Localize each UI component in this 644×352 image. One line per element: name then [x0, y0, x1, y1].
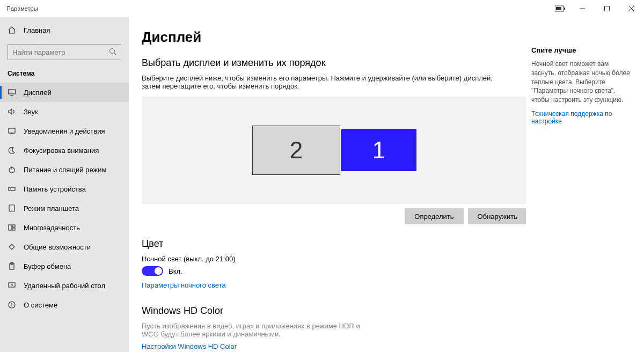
sidebar-item-about[interactable]: О системе: [0, 295, 129, 314]
sidebar-item-label: Память устройства: [24, 185, 86, 193]
remote-icon: [8, 281, 16, 290]
shared-icon: [8, 243, 16, 251]
sidebar-group-title: Система: [0, 62, 129, 83]
svg-rect-2: [556, 7, 561, 10]
svg-point-15: [10, 189, 11, 189]
svg-rect-1: [564, 8, 565, 10]
titlebar: Параметры: [0, 0, 644, 17]
arrange-desc: Выберите дисплей ниже, чтобы изменить ег…: [142, 74, 507, 90]
power-icon: [8, 165, 16, 174]
arrange-heading: Выбрать дисплеи и изменить их порядок: [142, 57, 507, 69]
display-icon: [8, 88, 16, 97]
multitask-icon: [8, 223, 16, 232]
detect-button[interactable]: Обнаружить: [468, 208, 526, 224]
sidebar-item-label: Дисплей: [24, 89, 52, 97]
sidebar-item-label: Питание и спящий режим: [24, 166, 106, 174]
sidebar-item-label: Удаленный рабочий стол: [24, 282, 105, 290]
sidebar-item-label: Уведомления и действия: [24, 127, 105, 135]
sidebar-item-display[interactable]: Дисплей: [0, 83, 129, 102]
monitor-2-label: 2: [290, 137, 303, 164]
sidebar-home[interactable]: Главная: [0, 20, 129, 40]
sidebar-item-label: Общие возможности: [24, 243, 91, 251]
svg-rect-18: [9, 225, 11, 230]
hd-heading: Windows HD Color: [142, 305, 507, 317]
battery-icon: [555, 5, 566, 12]
help-title: Спите лучше: [531, 46, 634, 54]
svg-rect-14: [9, 187, 15, 190]
monitor-1[interactable]: 1: [341, 129, 416, 171]
display-buttons: Определить Обнаружить: [142, 208, 526, 224]
sidebar-home-label: Главная: [24, 26, 50, 34]
hd-desc: Пусть изображения в видео, играх и прило…: [142, 322, 367, 338]
sidebar-item-notifications[interactable]: Уведомления и действия: [0, 121, 129, 141]
page-title: Дисплей: [142, 29, 507, 46]
home-icon: [8, 26, 16, 34]
night-light-toggle[interactable]: Вкл.: [142, 266, 507, 276]
sidebar-item-power[interactable]: Питание и спящий режим: [0, 160, 129, 179]
clipboard-icon: [8, 262, 16, 270]
color-heading: Цвет: [142, 238, 507, 250]
search-icon: [109, 48, 116, 57]
help-link[interactable]: Техническая поддержка по настройке: [531, 110, 634, 125]
night-light-label: Ночной свет (выкл. до 21:00): [142, 255, 507, 263]
search-wrap: [0, 40, 129, 62]
tablet-icon: [8, 204, 16, 212]
sidebar: Главная Система Дисплей Звук Уведомления…: [0, 17, 129, 352]
display-arrange-canvas[interactable]: 2 1: [142, 97, 526, 204]
svg-point-26: [12, 303, 12, 304]
sidebar-item-clipboard[interactable]: Буфер обмена: [0, 256, 129, 276]
sidebar-item-multitask[interactable]: Многозадачность: [0, 218, 129, 237]
window-title: Параметры: [0, 5, 38, 12]
monitor-2[interactable]: 2: [252, 126, 340, 175]
titlebar-controls: [555, 0, 644, 17]
minimize-button[interactable]: [570, 0, 595, 17]
night-light-settings-link[interactable]: Параметры ночного света: [142, 281, 226, 289]
info-icon: [8, 300, 16, 309]
close-button[interactable]: [619, 0, 644, 17]
svg-rect-20: [12, 228, 15, 230]
sidebar-item-label: Режим планшета: [24, 204, 79, 212]
search-input[interactable]: [12, 48, 109, 56]
help-text: Ночной свет поможет вам заснуть, отображ…: [531, 60, 634, 105]
sidebar-item-shared[interactable]: Общие возможности: [0, 237, 129, 256]
svg-rect-23: [9, 283, 15, 287]
toggle-state: Вкл.: [169, 267, 182, 275]
sidebar-item-label: О системе: [24, 301, 57, 309]
storage-icon: [8, 185, 16, 193]
svg-rect-9: [9, 90, 16, 94]
sidebar-item-remote[interactable]: Удаленный рабочий стол: [0, 276, 129, 295]
svg-point-7: [110, 48, 115, 53]
sidebar-item-focus[interactable]: Фокусировка внимания: [0, 141, 129, 160]
search-box[interactable]: [8, 44, 121, 60]
sidebar-item-label: Многозадачность: [24, 224, 80, 232]
focus-icon: [8, 146, 16, 155]
sidebar-item-label: Звук: [24, 108, 38, 116]
maximize-button[interactable]: [595, 0, 619, 17]
help-panel: Спите лучше Ночной свет поможет вам засн…: [526, 17, 644, 352]
identify-button[interactable]: Определить: [405, 208, 463, 224]
sidebar-item-sound[interactable]: Звук: [0, 102, 129, 121]
notifications-icon: [8, 127, 16, 135]
monitor-1-label: 1: [372, 137, 385, 164]
svg-rect-19: [12, 225, 15, 227]
sidebar-item-label: Буфер обмена: [24, 262, 71, 270]
sound-icon: [8, 107, 16, 116]
main-content: Дисплей Выбрать дисплеи и изменить их по…: [129, 17, 526, 352]
sidebar-item-storage[interactable]: Память устройства: [0, 179, 129, 199]
svg-rect-4: [605, 6, 610, 11]
svg-line-8: [114, 53, 116, 55]
svg-rect-11: [9, 128, 15, 133]
hd-settings-link[interactable]: Настройки Windows HD Color: [142, 342, 237, 350]
sidebar-item-label: Фокусировка внимания: [24, 146, 99, 155]
sidebar-item-tablet[interactable]: Режим планшета: [0, 199, 129, 218]
